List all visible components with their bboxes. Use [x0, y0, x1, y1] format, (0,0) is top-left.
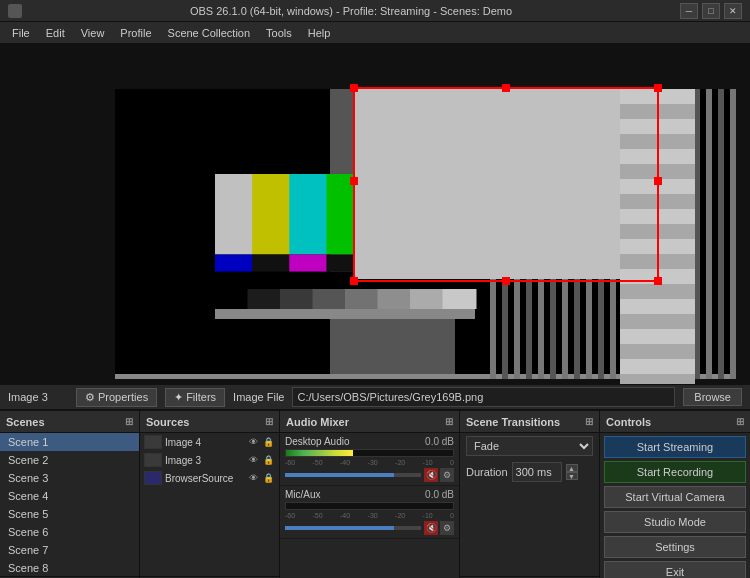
minimize-button[interactable]: ─ — [680, 3, 698, 19]
menu-bar: File Edit View Profile Scene Collection … — [0, 22, 750, 44]
desktop-audio-label: Desktop Audio — [285, 436, 350, 447]
transition-select[interactable]: Fade Cut Swipe Slide Stinger Luma Wipe — [466, 436, 593, 456]
mic-aux-db: 0.0 dB — [425, 489, 454, 500]
source-lock-icon[interactable]: 🔒 — [261, 453, 275, 467]
mic-audio-settings-button[interactable]: ⚙ — [440, 521, 454, 535]
mic-aux-meter — [285, 502, 454, 510]
mic-aux-controls: 🔇 ⚙ — [424, 521, 454, 535]
controls-panel: Controls ⊞ Start Streaming Start Recordi… — [600, 411, 750, 578]
scene-list-item[interactable]: Scene 4 — [0, 487, 139, 505]
selected-item-label: Image 3 — [8, 391, 68, 403]
menu-help[interactable]: Help — [300, 25, 339, 41]
desktop-audio-db: 0.0 dB — [425, 436, 454, 447]
start-recording-button[interactable]: Start Recording — [604, 461, 746, 483]
desktop-audio-slider[interactable] — [285, 473, 421, 477]
source-lock-icon[interactable]: 🔒 — [261, 471, 275, 485]
mic-aux-slider[interactable] — [285, 526, 421, 530]
desktop-audio-track: Desktop Audio 0.0 dB -60-50-40-30-20-100… — [280, 433, 459, 486]
settings-button[interactable]: Settings — [604, 536, 746, 558]
controls-expand-icon[interactable]: ⊞ — [736, 416, 744, 427]
scene-list-item[interactable]: Scene 1 — [0, 433, 139, 451]
mic-aux-marks: -60-50-40-30-20-100 — [285, 512, 454, 519]
desktop-audio-settings-button[interactable]: ⚙ — [440, 468, 454, 482]
source-name: BrowserSource — [165, 473, 243, 484]
audio-title: Audio Mixer — [286, 416, 349, 428]
source-list-item[interactable]: Image 4 👁 🔒 — [140, 433, 279, 451]
controls-panel-header: Controls ⊞ — [600, 411, 750, 433]
source-list-item[interactable]: BrowserSource 👁 🔒 — [140, 469, 279, 487]
scenes-list-container: Scene 1Scene 2Scene 3Scene 4Scene 5Scene… — [0, 433, 139, 576]
desktop-audio-controls: 🔇 ⚙ — [424, 468, 454, 482]
duration-row: Duration ▲ ▼ — [460, 459, 599, 485]
menu-tools[interactable]: Tools — [258, 25, 300, 41]
duration-label: Duration — [466, 466, 508, 478]
duration-increment-button[interactable]: ▲ — [566, 464, 578, 472]
gear-icon: ⚙ — [85, 391, 95, 404]
duration-decrement-button[interactable]: ▼ — [566, 472, 578, 480]
source-list-item[interactable]: Image 3 👁 🔒 — [140, 451, 279, 469]
desktop-mute-button[interactable]: 🔇 — [424, 468, 438, 482]
title-bar: OBS 26.1.0 (64-bit, windows) - Profile: … — [0, 0, 750, 22]
menu-scene-collection[interactable]: Scene Collection — [160, 25, 259, 41]
source-visibility-icon[interactable]: 👁 — [246, 471, 260, 485]
scene-list-item[interactable]: Scene 6 — [0, 523, 139, 541]
menu-file[interactable]: File — [4, 25, 38, 41]
transition-select-row: Fade Cut Swipe Slide Stinger Luma Wipe — [460, 433, 599, 459]
desktop-audio-slider-row: 🔇 ⚙ — [285, 468, 454, 482]
sources-panel: Sources ⊞ Image 4 👁 🔒 Image 3 👁 🔒 Browse… — [140, 411, 280, 578]
exit-button[interactable]: Exit — [604, 561, 746, 578]
image-file-label: Image File — [233, 391, 284, 403]
scenes-list: Scene 1Scene 2Scene 3Scene 4Scene 5Scene… — [0, 433, 139, 576]
audio-expand-icon[interactable]: ⊞ — [445, 416, 453, 427]
source-lock-icon[interactable]: 🔒 — [261, 435, 275, 449]
sources-list-container: Image 4 👁 🔒 Image 3 👁 🔒 BrowserSource 👁 … — [140, 433, 279, 576]
menu-view[interactable]: View — [73, 25, 113, 41]
duration-spinner: ▲ ▼ — [566, 464, 578, 480]
audio-panel: Audio Mixer ⊞ Desktop Audio 0.0 dB -60-5… — [280, 411, 460, 578]
app-icon — [8, 4, 22, 18]
menu-profile[interactable]: Profile — [112, 25, 159, 41]
transitions-expand-icon[interactable]: ⊞ — [585, 416, 593, 427]
panels-row: Scenes ⊞ Scene 1Scene 2Scene 3Scene 4Sce… — [0, 410, 750, 578]
toolbar-bottom: Image 3 ⚙ Properties ✦ Filters Image Fil… — [0, 384, 750, 410]
scene-list-item[interactable]: Scene 2 — [0, 451, 139, 469]
menu-edit[interactable]: Edit — [38, 25, 73, 41]
sources-expand-icon[interactable]: ⊞ — [265, 416, 273, 427]
desktop-audio-marks: -60-50-40-30-20-100 — [285, 459, 454, 466]
scene-list-item[interactable]: Scene 5 — [0, 505, 139, 523]
controls-content: Start Streaming Start Recording Start Vi… — [600, 433, 750, 578]
transitions-title: Scene Transitions — [466, 416, 560, 428]
image-path-input[interactable] — [292, 387, 675, 407]
sources-title: Sources — [146, 416, 189, 428]
audio-panel-header: Audio Mixer ⊞ — [280, 411, 459, 433]
source-name: Image 4 — [165, 437, 243, 448]
controls-title: Controls — [606, 416, 651, 428]
window-title: OBS 26.1.0 (64-bit, windows) - Profile: … — [22, 5, 680, 17]
start-virtual-camera-button[interactable]: Start Virtual Camera — [604, 486, 746, 508]
transitions-panel: Scene Transitions ⊞ Fade Cut Swipe Slide… — [460, 411, 600, 578]
scene-list-item[interactable]: Scene 8 — [0, 559, 139, 576]
scenes-panel-header: Scenes ⊞ — [0, 411, 139, 433]
start-streaming-button[interactable]: Start Streaming — [604, 436, 746, 458]
maximize-button[interactable]: □ — [702, 3, 720, 19]
scenes-expand-icon[interactable]: ⊞ — [125, 416, 133, 427]
source-visibility-icon[interactable]: 👁 — [246, 435, 260, 449]
filters-button[interactable]: ✦ Filters — [165, 388, 225, 407]
window-controls[interactable]: ─ □ ✕ — [680, 3, 742, 19]
scene-list-item[interactable]: Scene 7 — [0, 541, 139, 559]
sources-list: Image 4 👁 🔒 Image 3 👁 🔒 BrowserSource 👁 … — [140, 433, 279, 487]
scene-list-item[interactable]: Scene 3 — [0, 469, 139, 487]
browse-button[interactable]: Browse — [683, 388, 742, 406]
source-thumbnail — [144, 435, 162, 449]
mic-mute-button[interactable]: 🔇 — [424, 521, 438, 535]
duration-input[interactable] — [512, 462, 562, 482]
source-visibility-icon[interactable]: 👁 — [246, 453, 260, 467]
filter-icon: ✦ — [174, 391, 183, 404]
properties-button[interactable]: ⚙ Properties — [76, 388, 157, 407]
source-thumbnail — [144, 471, 162, 485]
preview-area — [0, 44, 750, 384]
close-button[interactable]: ✕ — [724, 3, 742, 19]
mic-aux-label: Mic/Aux — [285, 489, 321, 500]
studio-mode-button[interactable]: Studio Mode — [604, 511, 746, 533]
desktop-audio-meter — [285, 449, 454, 457]
